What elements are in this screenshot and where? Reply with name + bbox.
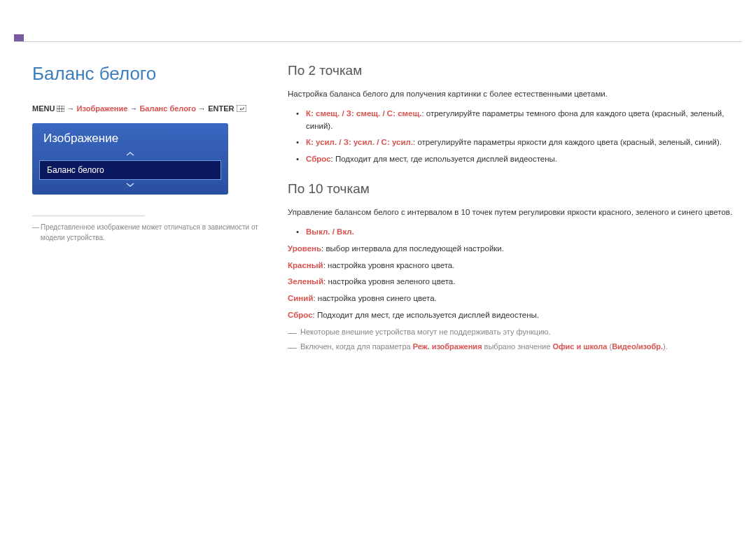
param-desc: : Подходит для мест, где используется ди…: [331, 155, 557, 163]
param-desc: : настройка уровня зеленого цвета.: [323, 277, 455, 286]
param-label: Уровень: [288, 244, 321, 253]
breadcrumb-step-1: Изображение: [77, 104, 128, 113]
param-desc: : настройка уровня красного цвета.: [323, 261, 455, 269]
section-intro: Управление балансом белого с интервалом …: [288, 206, 742, 219]
note-text-part: Включен, когда для параметра: [300, 342, 413, 351]
note-text-part: выбрано значение: [482, 342, 553, 351]
top-rule: [14, 0, 742, 42]
note-accent: Видео/изобр.: [612, 342, 663, 351]
param-label: Сброс: [288, 311, 313, 319]
footnote-left: ― Представленное изображение может отлич…: [32, 222, 260, 243]
param-label: Красный: [288, 261, 323, 269]
arrow-icon: →: [198, 104, 206, 113]
left-column: Баланс белого MENU → Изображение → Балан…: [32, 63, 288, 353]
osd-menu-item-selected: Баланс белого: [39, 160, 221, 180]
def-row: Синий: настройка уровня синего цвета.: [288, 293, 742, 305]
osd-menu-preview: Изображение Баланс белого: [32, 123, 228, 195]
list-item: К: смещ. / З: смещ. / С: смещ.: отрегули…: [306, 108, 742, 133]
chevron-up-icon: [39, 151, 221, 158]
menu-grid-icon: [57, 106, 64, 113]
dash-icon: ―: [288, 326, 297, 341]
svg-rect-4: [237, 105, 246, 112]
breadcrumb-enter: ENTER: [208, 104, 234, 113]
bullet-list: К: смещ. / З: смещ. / С: смещ.: отрегули…: [288, 108, 742, 166]
footnote-text: Представленное изображение может отличат…: [41, 223, 258, 241]
divider: [32, 216, 144, 216]
note: ― Некоторые внешние устройства могут не …: [288, 326, 742, 339]
note-accent: Реж. изображения: [413, 342, 482, 351]
chevron-down-icon: [39, 182, 221, 189]
enter-icon: [237, 105, 246, 113]
note: ― Включен, когда для параметра Реж. изоб…: [288, 341, 742, 353]
note-accent: Офис и школа: [552, 342, 607, 351]
def-row: Зеленый: настройка уровня зеленого цвета…: [288, 276, 742, 288]
list-item: К: усил. / З: усил. / С: усил.: отрегули…: [306, 136, 742, 149]
definitions: Уровень: выбор интервала для последующей…: [288, 243, 742, 322]
param-label: Сброс: [306, 155, 331, 163]
breadcrumb-menu: MENU: [32, 104, 55, 113]
def-row: Сброс: Подходит для мест, где использует…: [288, 309, 742, 322]
param-desc: : выбор интервала для последующей настро…: [321, 244, 504, 253]
def-row: Уровень: выбор интервала для последующей…: [288, 243, 742, 255]
param-label: Зеленый: [288, 277, 323, 286]
bullet-list: Выкл. / Вкл.: [288, 226, 742, 239]
page-title: Баланс белого: [32, 63, 260, 85]
arrow-icon: →: [130, 104, 137, 113]
list-item: Выкл. / Вкл.: [306, 226, 742, 239]
param-desc: : настройка уровня синего цвета.: [313, 294, 436, 302]
page-content: Баланс белого MENU → Изображение → Балан…: [0, 42, 756, 353]
param-label: К: усил. / З: усил. / С: усил.: [306, 138, 413, 146]
note-text-part: ).: [663, 342, 668, 351]
list-item: Сброс: Подходит для мест, где использует…: [306, 153, 742, 166]
breadcrumb: MENU → Изображение → Баланс белого → ENT…: [32, 104, 260, 113]
section-intro: Настройка баланса белого для получения к…: [288, 88, 742, 101]
dash-icon: ―: [32, 222, 39, 232]
right-column: По 2 точкам Настройка баланса белого для…: [288, 63, 742, 353]
section-heading-10points: По 10 точкам: [288, 181, 742, 197]
param-desc: : Подходит для мест, где используется ди…: [313, 311, 539, 319]
osd-menu-title: Изображение: [39, 130, 221, 151]
dash-icon: ―: [288, 341, 297, 356]
def-row: Красный: настройка уровня красного цвета…: [288, 260, 742, 272]
note-text: Некоторые внешние устройства могут не по…: [300, 328, 551, 336]
breadcrumb-step-2: Баланс белого: [139, 104, 196, 113]
param-label: Выкл. / Вкл.: [306, 227, 354, 236]
section-heading-2points: По 2 точкам: [288, 63, 742, 78]
param-label: Синий: [288, 294, 313, 302]
param-label: К: смещ. / З: смещ. / С: смещ.: [306, 109, 421, 118]
param-desc: : отрегулируйте параметры яркости для ка…: [413, 138, 722, 146]
arrow-icon: →: [67, 104, 75, 113]
